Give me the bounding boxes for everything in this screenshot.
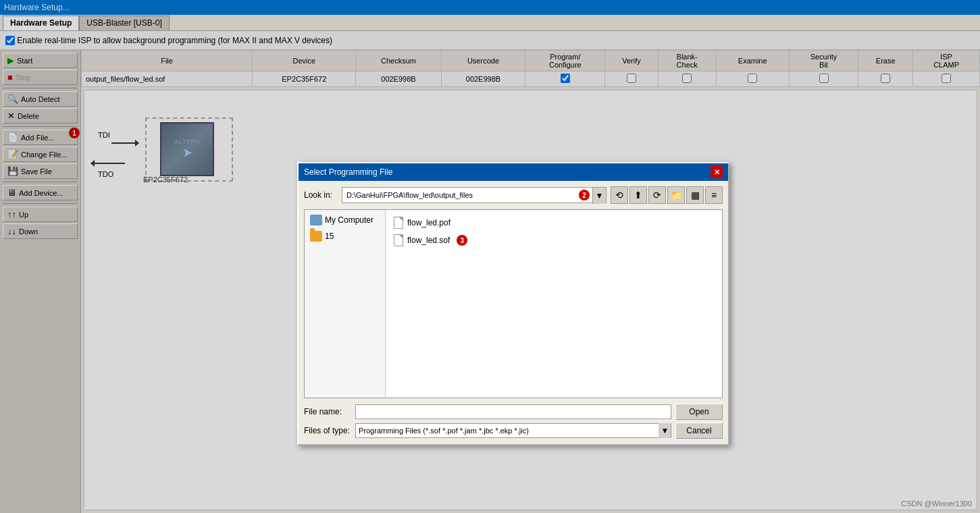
look-in-value: D:\GanHui\FPGA\flow_led\output_files — [342, 188, 576, 202]
nav-new-folder-button[interactable]: 📁 — [667, 186, 685, 204]
dialog-overlay: Select Programming File ✕ Look in: D:\Ga… — [0, 0, 980, 513]
look-in-label: Look in: — [304, 190, 338, 200]
filetype-combo[interactable]: Programming Files (*.sof *.pof *.jam *.j… — [355, 423, 671, 438]
file-item-pof[interactable]: flow_led.pof — [391, 215, 717, 230]
nav-back-button[interactable]: ⟲ — [611, 186, 628, 204]
open-button[interactable]: Open — [675, 404, 723, 420]
nav-up-button[interactable]: ⬆ — [629, 186, 647, 204]
filetype-row: Files of type: Programming Files (*.sof … — [304, 423, 723, 439]
dialog-title: Select Programming File — [304, 167, 392, 177]
file-item-sof[interactable]: flow_led.sof 3 — [391, 233, 717, 248]
filename-field-row: File name: Open — [304, 404, 723, 420]
cancel-button[interactable]: Cancel — [675, 423, 723, 439]
filename-input[interactable] — [355, 404, 671, 419]
file-item-sof-badge: 3 — [457, 235, 467, 246]
filename-label: File name: — [304, 407, 351, 416]
select-file-dialog: Select Programming File ✕ Look in: D:\Ga… — [297, 162, 729, 446]
file-right-panel: flow_led.pof flow_led.sof 3 — [386, 210, 722, 398]
dialog-close-button[interactable]: ✕ — [711, 166, 723, 178]
filetype-dropdown-arrow[interactable]: ▼ — [659, 423, 671, 438]
filetype-value: Programming Files (*.sof *.pof *.jam *.j… — [356, 425, 659, 436]
file-left-panel: My Computer 15 — [305, 210, 386, 398]
tree-item-folder-15[interactable]: 15 — [307, 229, 382, 244]
look-in-badge: 2 — [579, 190, 590, 200]
file-doc-icon-sof — [394, 234, 403, 246]
nav-detail-view-button[interactable]: ≡ — [705, 186, 723, 204]
file-browser: My Computer 15 flow_led.pof flo — [304, 209, 723, 398]
filetype-label: Files of type: — [304, 426, 351, 435]
look-in-dropdown-arrow[interactable]: ▼ — [592, 188, 606, 204]
computer-icon — [310, 215, 322, 225]
nav-list-view-button[interactable]: ▦ — [686, 186, 704, 204]
folder-icon — [310, 231, 322, 242]
look-in-row: Look in: D:\GanHui\FPGA\flow_led\output_… — [304, 186, 723, 204]
file-doc-icon-pof — [394, 217, 403, 229]
nav-buttons: ⟲ ⬆ ⟳ 📁 ▦ ≡ — [611, 186, 723, 204]
nav-forward-button[interactable]: ⟳ — [648, 186, 666, 204]
tree-item-my-computer[interactable]: My Computer — [307, 213, 382, 227]
look-in-combo[interactable]: D:\GanHui\FPGA\flow_led\output_files 2 ▼ — [342, 187, 607, 203]
dialog-titlebar: Select Programming File ✕ — [299, 163, 728, 181]
dialog-content: Look in: D:\GanHui\FPGA\flow_led\output_… — [299, 181, 728, 444]
